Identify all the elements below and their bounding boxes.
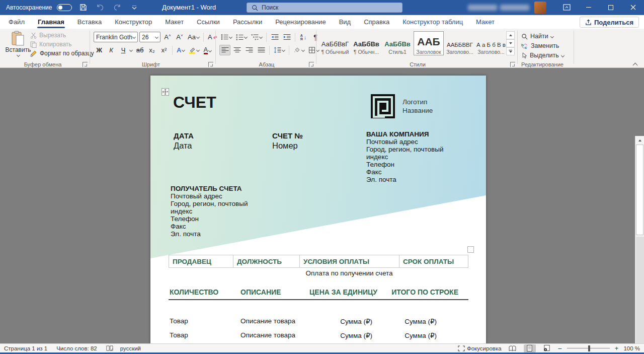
show-marks-button[interactable]: ¶ [310, 32, 321, 42]
table-move-handle[interactable] [162, 88, 169, 96]
change-case-button[interactable]: Аа [186, 32, 201, 42]
clear-formatting-button[interactable]: А [206, 32, 219, 42]
styles-scroll-up-button[interactable] [506, 31, 515, 39]
replace-button[interactable]: bc Заменить [521, 42, 559, 49]
font-name-combobox[interactable]: Franklin Gothic I [94, 32, 138, 42]
cut-button[interactable]: Вырезать [30, 32, 66, 39]
focus-mode-button[interactable]: Фокусировка [458, 345, 502, 351]
underline-chevron[interactable] [129, 48, 133, 52]
close-button[interactable] [622, 0, 644, 15]
numbering-button[interactable] [234, 32, 249, 42]
customize-qat-button[interactable] [128, 2, 140, 13]
search-box[interactable] [247, 3, 403, 13]
tab-table-design[interactable]: Конструктор таблиц [396, 15, 469, 29]
subscript-button[interactable]: x₂ [146, 45, 157, 55]
tab-file[interactable]: Файл [2, 15, 31, 29]
avatar[interactable] [534, 2, 546, 14]
select-button[interactable]: Выделить [521, 52, 564, 59]
increase-indent-button[interactable] [281, 32, 292, 42]
font-size-combobox[interactable]: 26 [139, 32, 160, 42]
language-status[interactable]: русский [120, 345, 141, 351]
web-layout-button[interactable] [541, 344, 553, 352]
find-button[interactable]: Найти [521, 33, 553, 40]
print-layout-button[interactable] [524, 344, 536, 352]
invoice-number-value: Номер [272, 141, 298, 151]
bold-button[interactable]: Ж [94, 45, 105, 55]
style-heading-selected[interactable]: ААБ Заголовок [414, 31, 444, 55]
line-spacing-button[interactable] [272, 45, 286, 55]
proofing-status[interactable] [106, 345, 113, 351]
zoom-out-button[interactable]: − [558, 344, 562, 352]
scrollbar-track-lower[interactable] [636, 237, 644, 343]
collapse-ribbon-button[interactable] [633, 61, 637, 68]
item-qty: Товар [170, 331, 240, 339]
justify-button[interactable] [256, 45, 267, 55]
style-normal-2[interactable]: АаБбВв ¶ Обычн... [351, 31, 381, 55]
styles-scroll-down-button[interactable] [506, 39, 515, 47]
tab-view[interactable]: Вид [333, 15, 358, 29]
style-heading-2[interactable]: ААББВВГ Заголово... [445, 31, 475, 55]
style-style1[interactable]: АаБбВв Стиль1 [382, 31, 413, 55]
share-button[interactable]: Поделиться [580, 17, 639, 28]
copy-button[interactable]: Копировать [30, 41, 72, 48]
paragraph-dialog-launcher[interactable] [309, 62, 314, 67]
sort-button[interactable]: АЯ ↓ [298, 32, 309, 42]
tab-references[interactable]: Ссылки [190, 15, 226, 29]
tab-review[interactable]: Рецензирование [269, 15, 332, 29]
shrink-font-button[interactable]: A˅ [174, 32, 185, 42]
tab-mailings[interactable]: Рассылки [226, 15, 269, 29]
multilevel-list-button[interactable] [250, 32, 264, 42]
decrease-indent-button[interactable] [269, 32, 280, 42]
format-painter-button[interactable]: Формат по образцу [30, 50, 94, 57]
style-preview: А а Б б В в [476, 42, 506, 48]
tab-table-layout[interactable]: Макет [469, 15, 501, 29]
zoom-level-button[interactable]: 100 % [623, 345, 640, 351]
shading-button[interactable] [292, 45, 306, 55]
strikethrough-button[interactable]: аб [134, 45, 145, 55]
style-normal[interactable]: АаБбВвГ ¶ Обычный [320, 31, 350, 55]
font-color-button[interactable]: А [202, 45, 213, 55]
user-name-redacted[interactable] [468, 5, 529, 11]
italic-button[interactable]: К [106, 45, 117, 55]
zoom-in-button[interactable]: + [615, 344, 619, 352]
ribbon-display-options-button[interactable] [555, 0, 578, 15]
grow-font-button[interactable]: A˄ [162, 32, 173, 42]
tab-design[interactable]: Конструктор [108, 15, 158, 29]
highlight-button[interactable] [187, 45, 201, 55]
language-label: русский [120, 345, 141, 351]
redo-button[interactable] [111, 2, 123, 13]
scroll-up-button[interactable] [635, 136, 644, 144]
table-resize-handle[interactable] [467, 246, 474, 253]
borders-button[interactable] [307, 45, 320, 55]
vertical-scrollbar[interactable] [635, 136, 644, 343]
scrollbar-thumb[interactable] [636, 145, 643, 235]
read-mode-button[interactable] [507, 344, 519, 352]
clipboard-dialog-launcher[interactable] [83, 62, 88, 67]
align-center-button[interactable] [231, 45, 243, 55]
styles-more-button[interactable] [506, 47, 515, 55]
tab-insert[interactable]: Вставка [71, 15, 108, 29]
zoom-slider[interactable] [567, 345, 610, 352]
save-button[interactable] [77, 2, 89, 13]
document-page[interactable]: СЧЕТ ДАТА Дата СЧЕТ № Номер Логотип Назв… [150, 76, 486, 343]
text-effects-button[interactable]: А [175, 45, 186, 55]
underline-button[interactable]: Ч [118, 45, 129, 55]
style-heading-3[interactable]: А а Б б В в Заголово... [476, 31, 506, 55]
search-input[interactable] [262, 4, 387, 11]
minimize-button[interactable] [578, 0, 600, 15]
zoom-slider-handle[interactable] [588, 345, 590, 351]
paste-button[interactable]: Вставить [5, 31, 31, 60]
page-count-status[interactable]: Страница 1 из 1 [4, 345, 47, 351]
autosave-toggle[interactable] [57, 4, 72, 11]
font-dialog-launcher[interactable] [208, 62, 213, 67]
align-left-button[interactable] [219, 45, 230, 55]
superscript-button[interactable]: x² [158, 45, 170, 55]
undo-button[interactable] [94, 2, 106, 13]
align-right-button[interactable] [244, 45, 255, 55]
tab-layout[interactable]: Макет [158, 15, 190, 29]
bullets-button[interactable] [219, 32, 233, 42]
maximize-button[interactable] [600, 0, 622, 15]
tab-help[interactable]: Справка [357, 15, 396, 29]
tab-home[interactable]: Главная [31, 15, 71, 29]
word-count-status[interactable]: Число слов: 82 [56, 345, 97, 351]
